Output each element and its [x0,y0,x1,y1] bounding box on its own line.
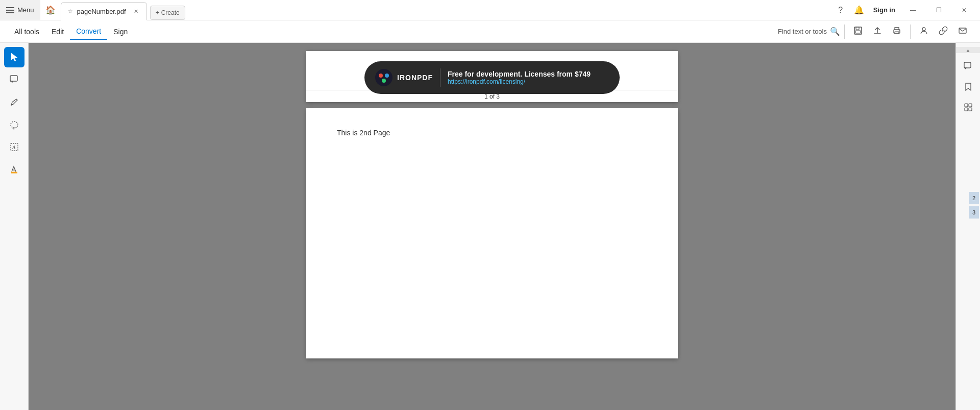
text-select-tool[interactable]: A [4,137,24,157]
pdf-page-1: IRONPDF Free for development. Licenses f… [306,51,678,102]
toolbar-convert[interactable]: Convert [70,23,107,40]
left-sidebar: A [0,43,29,410]
bell-icon: 🔔 [854,5,864,15]
save-button[interactable] [849,22,867,41]
help-icon: ? [838,6,843,15]
toolbar-separator-2 [910,25,911,39]
banner-divider [440,68,440,87]
svg-rect-19 [969,104,972,107]
svg-rect-2 [855,31,861,33]
search-text: Find text or tools [778,28,827,35]
close-icon: ✕ [962,7,967,14]
page-thumb-2[interactable]: 2 [969,192,979,204]
all-tools-label: All tools [14,28,39,36]
pdf-scroll-area[interactable]: IRONPDF Free for development. Licenses f… [29,43,955,410]
new-tab-button[interactable]: + Create [150,6,185,20]
home-icon: 🏠 [45,5,56,15]
minimize-icon: — [910,7,916,14]
comment-tool[interactable] [4,69,24,90]
toolbar-sign[interactable]: Sign [107,23,134,40]
new-tab-label: Create [161,9,180,16]
print-icon [892,26,901,37]
sign-in-button[interactable]: Sign in [869,6,899,14]
grid-panel-button[interactable] [959,98,977,116]
highlight-tool[interactable] [4,159,24,180]
svg-rect-4 [895,32,899,34]
home-button[interactable]: 🏠 [40,0,61,20]
sign-label: Sign [113,28,128,36]
svg-point-5 [899,30,900,31]
svg-rect-17 [964,62,971,68]
page2-text: This is 2nd Page [337,129,390,137]
page-thumb-3[interactable]: 3 [969,206,979,219]
hamburger-icon [6,7,14,13]
tab-area: ☆ pageNumber.pdf ✕ + Create [61,0,828,20]
banner-title: Free for development. Licenses from $749 [448,70,591,78]
maximize-button[interactable]: ❐ [927,0,950,20]
ironpdf-logo: IRONPDF [375,68,433,87]
watermark-banner: IRONPDF Free for development. Licenses f… [364,61,620,94]
titlebar-right: ? 🔔 Sign in — ❐ ✕ [828,0,980,20]
bookmark-panel-button[interactable] [959,78,977,96]
pdf-tab[interactable]: ☆ pageNumber.pdf ✕ [61,2,147,20]
search-area[interactable]: Find text or tools 🔍 [778,27,840,36]
logo-svg [375,68,393,87]
minimize-button[interactable]: — [901,0,925,20]
toolbar-separator-1 [844,25,845,39]
main-toolbar: All tools Edit Convert Sign Find text or… [0,20,980,43]
link-button[interactable] [934,22,952,41]
svg-point-6 [922,28,925,31]
toolbar-right: Find text or tools 🔍 [778,22,972,41]
cursor-tool[interactable] [4,47,24,67]
svg-point-11 [375,69,393,86]
scroll-up[interactable]: ▲ [956,47,980,53]
right-sidebar: ▲ 2 3 [955,43,980,410]
svg-point-15 [380,75,382,77]
pdf-page-2: This is 2nd Page [306,108,678,358]
new-tab-icon: + [156,9,159,16]
svg-rect-21 [969,108,972,111]
notification-button[interactable]: 🔔 [851,2,867,18]
logo-text: IRONPDF [397,74,433,82]
account-button[interactable] [915,22,933,41]
lasso-tool[interactable] [4,114,24,135]
email-button[interactable] [953,22,972,41]
tab-star-icon: ☆ [67,8,73,15]
banner-link: https://ironpdf.com/licensing/ [448,78,591,85]
svg-point-14 [382,79,386,83]
print-button[interactable] [888,22,906,41]
svg-rect-8 [10,76,17,81]
menu-label: Menu [17,6,34,14]
tab-filename: pageNumber.pdf [77,8,126,15]
svg-rect-7 [959,28,966,33]
page2-content: This is 2nd Page [306,108,678,157]
upload-icon [873,26,882,37]
chat-panel-button[interactable] [959,57,977,76]
upload-button[interactable] [868,22,887,41]
svg-point-16 [386,75,388,77]
account-icon [919,26,928,37]
email-icon [958,26,967,37]
main-area: A [0,43,980,410]
toolbar-edit[interactable]: Edit [45,23,70,40]
banner-content: Free for development. Licenses from $749… [448,70,591,85]
close-button[interactable]: ✕ [952,0,976,20]
scroll-up-icon: ▲ [966,47,971,53]
save-icon [853,26,863,37]
convert-label: Convert [76,27,101,35]
link-icon [939,26,948,37]
search-icon: 🔍 [830,27,840,36]
pdf-wrapper: IRONPDF Free for development. Licenses f… [29,43,955,410]
pen-tool[interactable] [4,92,24,112]
chat-icon [964,62,973,71]
help-button[interactable]: ? [832,2,849,18]
bookmark-icon [964,82,973,91]
toolbar-all-tools[interactable]: All tools [8,23,45,40]
svg-rect-18 [965,104,968,107]
titlebar: Menu 🏠 ☆ pageNumber.pdf ✕ + Create ? 🔔 S… [0,0,980,20]
edit-label: Edit [52,28,64,36]
svg-text:A: A [12,144,16,150]
grid-icon [964,103,973,112]
menu-button[interactable]: Menu [0,0,40,20]
tab-close-button[interactable]: ✕ [132,7,140,15]
